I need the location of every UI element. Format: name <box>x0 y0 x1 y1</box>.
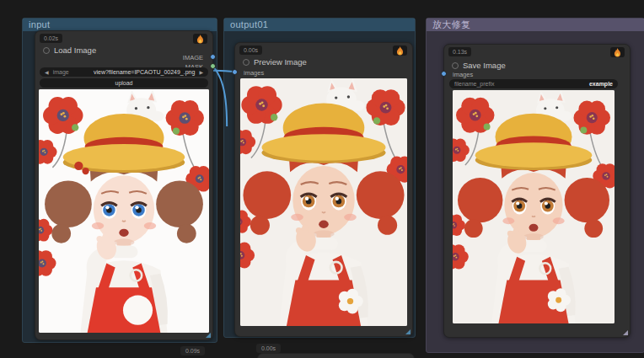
node-graph-canvas[interactable]: input output01 放大修复 0.02s Load Image IMA… <box>0 0 644 358</box>
timing-badge-offscreen-mid: 0.00s <box>256 344 281 353</box>
cache-toggle-button[interactable] <box>610 47 625 57</box>
prefix-label: filename_prefix <box>454 81 494 87</box>
timing-badge-offscreen-left: 0.09s <box>180 346 205 355</box>
input-images-label: images <box>453 71 473 78</box>
timing-badge: 0.00s <box>239 45 262 55</box>
girl-illustration-2d <box>39 89 209 333</box>
input-images-slot[interactable] <box>232 69 238 75</box>
group-output01-title[interactable]: output01 <box>224 19 415 31</box>
resize-handle[interactable] <box>623 330 628 335</box>
input-images-slot[interactable] <box>441 71 447 77</box>
output-mask-slot[interactable] <box>210 63 216 69</box>
resize-handle[interactable] <box>206 333 211 338</box>
upload-button[interactable]: upload <box>40 78 208 88</box>
filename-prefix-widget[interactable]: filename_prefix example <box>449 79 618 88</box>
output-image-slot[interactable] <box>210 54 216 60</box>
prefix-value: example <box>589 81 613 87</box>
collapse-dot-icon[interactable] <box>243 59 250 66</box>
combo-value: view?filename=IPCAOTU_00249_.png <box>94 69 195 75</box>
timing-badge: 0.13s <box>448 47 471 56</box>
image-combo-widget[interactable]: ◀ image view?filename=IPCAOTU_00249_.png… <box>40 67 208 77</box>
output-image-label: IMAGE <box>183 54 203 61</box>
fire-icon <box>196 35 204 44</box>
saved-image-preview <box>453 90 614 323</box>
cache-toggle-button[interactable] <box>193 34 207 44</box>
node-save-image[interactable]: 0.13s Save Image images filename_prefix … <box>443 44 631 338</box>
girl-illustration-3d <box>453 90 614 323</box>
fire-icon <box>614 48 621 57</box>
node-title: Save Image <box>463 61 506 70</box>
group-input-title[interactable]: input <box>23 19 217 31</box>
upload-button-label: upload <box>115 80 132 86</box>
fire-icon <box>396 46 404 56</box>
combo-next-icon[interactable]: ▶ <box>199 70 203 75</box>
timing-badge: 0.02s <box>40 34 62 43</box>
preview-image-output <box>240 78 407 326</box>
cache-toggle-button[interactable] <box>393 45 407 56</box>
collapse-dot-icon[interactable] <box>43 47 50 54</box>
loaded-image-preview <box>39 89 209 333</box>
group-upscale-title[interactable]: 放大修复 <box>427 19 644 31</box>
girl-illustration-3d <box>240 78 407 326</box>
offscreen-node-top[interactable] <box>257 353 415 358</box>
node-title: Load Image <box>54 45 96 55</box>
input-images-label: images <box>244 69 264 77</box>
combo-label: image <box>53 69 69 75</box>
collapse-dot-icon[interactable] <box>452 62 459 69</box>
node-load-image[interactable]: 0.02s Load Image IMAGE MASK ◀ image view… <box>35 30 213 340</box>
node-preview-image[interactable]: 0.00s Preview Image images <box>234 42 413 337</box>
node-title: Preview Image <box>254 57 307 67</box>
combo-prev-icon[interactable]: ◀ <box>45 70 49 75</box>
resize-handle[interactable] <box>405 329 411 334</box>
